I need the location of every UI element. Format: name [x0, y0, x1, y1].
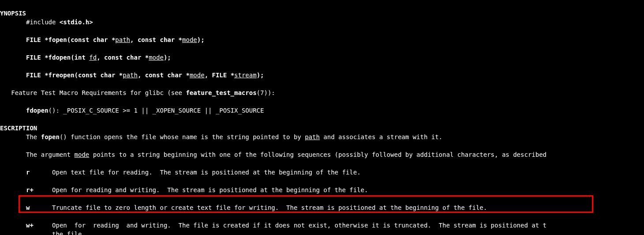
mode-desc-w: Truncate file to zero length or create t…: [52, 204, 487, 211]
fdopen-req-text: (): _POSIX_C_SOURCE >= 1 || _XOPEN_SOURC…: [49, 107, 264, 114]
fdopen-signature: FILE *fdopen(int: [26, 54, 89, 61]
path-ref: path: [305, 133, 320, 140]
param-stream: stream: [234, 72, 257, 79]
mode-desc-r: Open text file for reading. The stream i…: [52, 169, 361, 176]
include-header: <stdio.h>: [60, 19, 93, 26]
feature-test-line: Feature Test Macro Requirements for glib…: [0, 89, 186, 96]
section-description: ESCRIPTION: [0, 125, 37, 132]
feature-test-macros-ref: feature_test_macros: [186, 89, 256, 96]
mode-desc-rplus: Open for reading and writing. The stream…: [52, 186, 368, 193]
mode-desc-wplus-cont: the file.: [52, 231, 86, 235]
freopen-signature: FILE *freopen(const char *: [26, 72, 123, 79]
include-prefix: #include: [0, 19, 60, 26]
param-path: path: [123, 72, 138, 79]
fopen-ref: fopen: [41, 133, 60, 140]
param-mode: mode: [190, 72, 205, 79]
mode-ref: mode: [75, 151, 90, 158]
mode-key-rplus: r+: [26, 186, 34, 193]
param-mode: mode: [182, 36, 197, 43]
param-mode: mode: [149, 54, 164, 61]
fdopen-req-name: fdopen: [26, 107, 49, 114]
param-path: path: [115, 36, 130, 43]
section-synopsis: YNOPSIS: [0, 10, 26, 17]
manpage-content: YNOPSIS #include <stdio.h> FILE *fopen(c…: [0, 0, 644, 235]
mode-key-wplus: w+: [26, 222, 34, 229]
param-fd: fd: [89, 54, 97, 61]
fopen-signature: FILE *fopen(const char *: [26, 36, 115, 43]
mode-desc-wplus: Open for reading and writing. The file i…: [52, 222, 547, 229]
